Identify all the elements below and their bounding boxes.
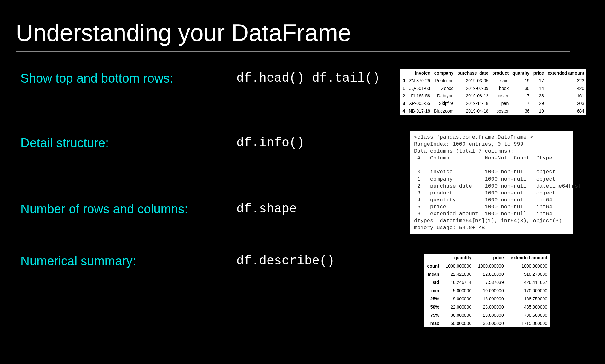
table-cell: 7.537039 [474,278,506,286]
table-cell: 19 [510,77,531,84]
table-cell: 10.000000 [474,286,506,295]
slide-title: Understanding your DataFrame [16,19,589,46]
table-cell: 23.000000 [474,303,506,311]
head-header-cell: price [532,69,546,77]
title-underline [16,51,570,52]
table-cell: 75% [424,311,442,319]
table-cell: 1000.000000 [442,262,474,270]
table-cell: 426.411667 [506,278,550,286]
table-cell: poster [490,92,510,100]
head-output-table: invoicecompanypurchase_dateproductquanti… [400,69,586,115]
table-cell: 161 [546,92,586,100]
table-cell: 17 [532,77,546,84]
table-cell: 7 [510,92,531,100]
table-cell: 1715.000000 [506,319,550,327]
table-cell: JQ-501-63 [407,84,432,92]
table-cell: 2019-07-09 [455,84,490,92]
table-cell: book [490,84,510,92]
table-row: 0ZN-870-29Realcube2019-03-05shirt1917323 [400,77,586,84]
table-cell: 4 [400,107,407,115]
code-head-tail: df.head() df.tail() [236,71,380,85]
table-row: 50%22.00000023.000000435.000000 [424,303,550,311]
table-row: max50.00000035.0000001715.000000 [424,319,550,327]
table-cell: 1 [400,84,407,92]
describe-header-cell [424,254,442,262]
table-cell: FI-165-58 [407,92,432,100]
head-header-cell: product [490,69,510,77]
table-cell: 23 [532,92,546,100]
table-cell: min [424,286,442,295]
table-cell: 0 [400,77,407,84]
table-cell: 2019-08-12 [455,92,490,100]
table-cell: pen [490,100,510,107]
head-header-cell [400,69,407,77]
head-header-cell: invoice [407,69,432,77]
table-cell: Dabtype [432,92,455,100]
table-cell: 30 [510,84,531,92]
describe-output-table: quantitypriceextended amount count1000.0… [424,254,550,327]
table-row: 25%9.00000016.000000168.750000 [424,295,550,303]
table-row: min-5.00000010.000000-170.000000 [424,286,550,295]
table-cell: Skipfire [432,100,455,107]
describe-header-cell: quantity [442,254,474,262]
head-header-cell: company [432,69,455,77]
table-cell: NB-917-18 [407,107,432,115]
table-cell: 19 [532,107,546,115]
table-cell: std [424,278,442,286]
table-cell: poster [490,107,510,115]
table-cell: 7 [510,100,531,107]
table-cell: 2019-03-05 [455,77,490,84]
table-cell: Realcube [432,77,455,84]
table-row: 4NB-917-18Bluezoom2019-04-18poster361968… [400,107,586,115]
table-cell: 29 [532,100,546,107]
table-row: 1JQ-501-63Zooxo2019-07-09book3014420 [400,84,586,92]
label-head-tail: Show top and bottom rows: [16,71,236,85]
table-row: count1000.0000001000.0000001000.000000 [424,262,550,270]
table-cell: 323 [546,77,586,84]
table-cell: 29.000000 [474,311,506,319]
table-cell: 168.750000 [506,295,550,303]
table-cell: -170.000000 [506,286,550,295]
table-cell: mean [424,270,442,278]
table-row: 75%36.00000029.000000798.500000 [424,311,550,319]
table-cell: 1000.000000 [474,262,506,270]
table-row: std16.2467147.537039426.411667 [424,278,550,286]
table-cell: 16.000000 [474,295,506,303]
table-cell: -5.000000 [442,286,474,295]
table-cell: 35.000000 [474,319,506,327]
table-cell: 1000.000000 [506,262,550,270]
table-cell: shirt [490,77,510,84]
table-cell: 50.000000 [442,319,474,327]
code-info: df.info() [236,136,304,150]
table-cell: 22.000000 [442,303,474,311]
label-shape: Number of rows and columns: [16,202,236,216]
table-cell: 420 [546,84,586,92]
describe-header-cell: extended amount [506,254,550,262]
table-cell: 435.000000 [506,303,550,311]
head-header-cell: purchase_date [455,69,490,77]
table-cell: XP-005-55 [407,100,432,107]
table-cell: ZN-870-29 [407,77,432,84]
table-cell: Zooxo [432,84,455,92]
code-shape: df.shape [236,202,297,216]
table-cell: 2 [400,92,407,100]
table-cell: max [424,319,442,327]
code-describe: df.describe() [236,254,335,268]
table-cell: 3 [400,100,407,107]
table-cell: 22.816000 [474,270,506,278]
table-cell: 798.500000 [506,311,550,319]
table-cell: 16.246714 [442,278,474,286]
table-cell: 684 [546,107,586,115]
label-describe: Numerical summary: [16,254,236,268]
head-header-cell: extended amount [546,69,586,77]
table-cell: 36 [510,107,531,115]
table-row: mean22.42100022.816000510.270000 [424,270,550,278]
table-cell: 25% [424,295,442,303]
table-cell: 50% [424,303,442,311]
table-cell: 510.270000 [506,270,550,278]
info-output: <class 'pandas.core.frame.DataFrame'> Ra… [410,131,573,234]
table-cell: 22.421000 [442,270,474,278]
table-cell: Bluezoom [432,107,455,115]
table-cell: count [424,262,442,270]
head-header-cell: quantity [510,69,531,77]
